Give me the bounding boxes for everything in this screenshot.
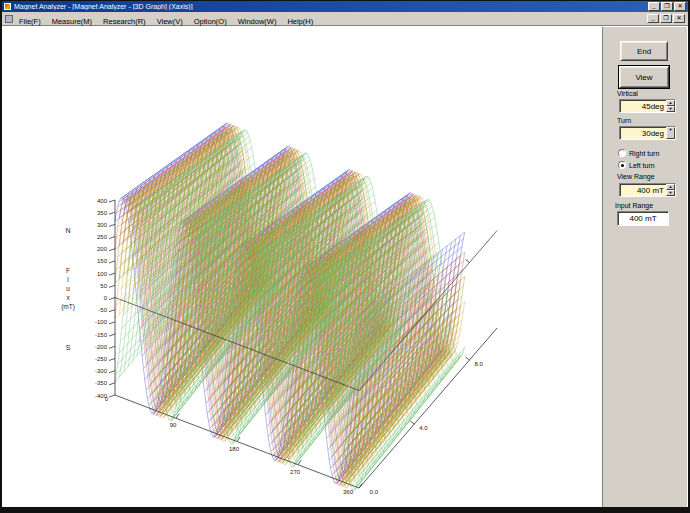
plot-3d-graph: 400350300250200150100500-50-100-150-200-… — [2, 27, 602, 507]
maximize-button[interactable]: ❐ — [661, 2, 673, 11]
down-arrow-icon: ▼ — [666, 190, 675, 196]
menu-bar: File(F)Measure(M)Research(R)View(V)Optio… — [2, 12, 688, 26]
svg-text:(mT): (mT) — [61, 303, 75, 311]
menu-item-file[interactable]: File(F) — [19, 17, 41, 26]
menu-item-option[interactable]: Option(O) — [194, 17, 227, 26]
svg-text:-350: -350 — [95, 380, 108, 386]
view-button[interactable]: View — [619, 66, 669, 88]
stepper-arrows[interactable]: ▲▼ — [666, 184, 675, 196]
svg-text:l: l — [67, 276, 69, 283]
turn-angle-select[interactable]: 30deg ▼ — [619, 126, 676, 140]
vertical-angle-stepper[interactable]: 45deg ▲▼ — [619, 99, 676, 113]
svg-text:350: 350 — [97, 210, 108, 216]
svg-text:0: 0 — [105, 396, 109, 402]
svg-text:270: 270 — [290, 469, 301, 475]
radio-circle-icon — [618, 161, 626, 169]
svg-text:200: 200 — [97, 246, 108, 252]
svg-text:100: 100 — [97, 271, 108, 277]
svg-text:S: S — [66, 344, 71, 351]
svg-text:0: 0 — [104, 295, 108, 301]
vertical-angle-value: 45deg — [620, 102, 666, 111]
svg-text:90: 90 — [170, 422, 177, 428]
menu-item-research[interactable]: Research(R) — [103, 17, 146, 26]
right-turn-radio[interactable]: Right turn — [618, 149, 659, 157]
minimize-button[interactable]: _ — [648, 2, 660, 11]
svg-text:8.0: 8.0 — [474, 361, 483, 367]
svg-text:-300: -300 — [95, 368, 108, 374]
menu-item-window[interactable]: Window(W) — [238, 17, 277, 26]
mdi-close-button[interactable]: ✕ — [673, 14, 685, 23]
svg-text:-150: -150 — [95, 332, 108, 338]
svg-text:u: u — [66, 285, 70, 292]
svg-text:50: 50 — [100, 283, 107, 289]
input-range-label: Input Range — [615, 202, 653, 209]
svg-text:300: 300 — [97, 222, 108, 228]
svg-text:-100: -100 — [95, 319, 108, 325]
view-range-label: View Range — [617, 173, 655, 180]
application-window: Magnet Analyzer - [Magnet Analyzer - [3D… — [0, 0, 690, 513]
radio-circle-icon — [618, 149, 626, 157]
svg-text:400: 400 — [97, 198, 108, 204]
svg-text:250: 250 — [97, 234, 108, 240]
svg-text:x: x — [66, 294, 70, 301]
svg-text:-200: -200 — [95, 344, 108, 350]
menu-item-help[interactable]: Help(H) — [287, 17, 313, 26]
turn-angle-value: 30deg — [620, 129, 666, 138]
svg-text:0.0: 0.0 — [370, 489, 379, 495]
vertical-label: Virtical — [617, 90, 638, 97]
right-turn-label: Right turn — [629, 150, 659, 157]
end-button[interactable]: End — [620, 41, 668, 61]
stepper-arrows[interactable]: ▲▼ — [666, 100, 675, 112]
turn-label: Turn — [617, 117, 631, 124]
dropdown-button[interactable]: ▼ — [666, 127, 675, 139]
svg-text:-50: -50 — [98, 307, 107, 313]
app-icon — [4, 3, 11, 10]
chevron-down-icon: ▼ — [666, 127, 675, 139]
left-turn-radio[interactable]: Left turn — [618, 161, 655, 169]
control-panel: End View Virtical 45deg ▲▼ Turn 30deg ▼ … — [602, 27, 687, 507]
svg-text:N: N — [65, 227, 70, 234]
view-range-value: 400 mT — [620, 186, 666, 195]
svg-text:-250: -250 — [95, 356, 108, 362]
down-arrow-icon: ▼ — [666, 106, 675, 112]
svg-text:F: F — [66, 267, 70, 274]
mdi-restore-button[interactable]: ❐ — [660, 14, 672, 23]
close-button[interactable]: ✕ — [674, 2, 686, 11]
left-turn-label: Left turn — [629, 162, 655, 169]
menu-item-view[interactable]: View(V) — [157, 17, 183, 26]
input-range-field[interactable]: 400 mT — [617, 211, 669, 226]
menu-item-measure[interactable]: Measure(M) — [52, 17, 92, 26]
svg-text:360: 360 — [343, 489, 354, 495]
svg-text:4.0: 4.0 — [419, 425, 428, 431]
svg-text:180: 180 — [229, 446, 240, 452]
input-range-value: 400 mT — [629, 214, 656, 223]
document-icon — [5, 15, 13, 23]
mdi-minimize-button[interactable]: _ — [647, 14, 659, 23]
view-range-stepper[interactable]: 400 mT ▲▼ — [619, 183, 676, 197]
svg-text:150: 150 — [97, 258, 108, 264]
client-area: 400350300250200150100500-50-100-150-200-… — [2, 27, 688, 507]
